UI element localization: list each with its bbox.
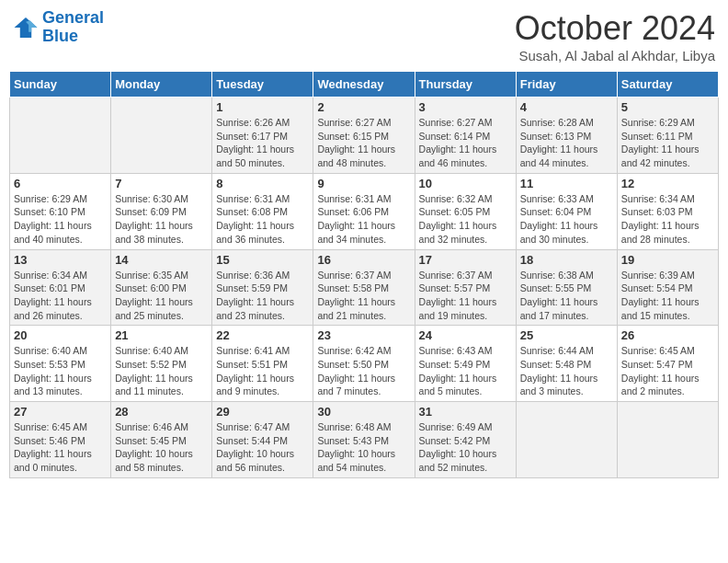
calendar-cell: 4Sunrise: 6:28 AMSunset: 6:13 PMDaylight… — [516, 98, 617, 174]
subtitle: Susah, Al Jabal al Akhdar, Libya — [515, 48, 715, 63]
calendar-cell: 24Sunrise: 6:43 AMSunset: 5:49 PMDayligh… — [415, 326, 516, 402]
day-info: Sunrise: 6:45 AMSunset: 5:47 PMDaylight:… — [621, 344, 714, 398]
day-info: Sunrise: 6:34 AMSunset: 6:03 PMDaylight:… — [621, 192, 714, 247]
calendar-header-row: SundayMondayTuesdayWednesdayThursdayFrid… — [10, 72, 719, 98]
calendar-cell: 30Sunrise: 6:48 AMSunset: 5:43 PMDayligh… — [313, 402, 415, 478]
calendar-cell: 20Sunrise: 6:40 AMSunset: 5:53 PMDayligh… — [10, 326, 111, 402]
day-info: Sunrise: 6:28 AMSunset: 6:13 PMDaylight:… — [520, 116, 613, 170]
calendar-cell: 10Sunrise: 6:32 AMSunset: 6:05 PMDayligh… — [415, 173, 516, 249]
day-number: 23 — [317, 328, 410, 342]
day-info: Sunrise: 6:36 AMSunset: 5:59 PMDaylight:… — [216, 269, 309, 323]
day-number: 15 — [216, 253, 309, 267]
column-header-friday: Friday — [516, 72, 617, 98]
day-info: Sunrise: 6:41 AMSunset: 5:51 PMDaylight:… — [216, 344, 309, 398]
day-number: 7 — [115, 177, 208, 190]
calendar-cell: 17Sunrise: 6:37 AMSunset: 5:57 PMDayligh… — [415, 249, 516, 326]
day-number: 4 — [520, 100, 613, 114]
day-number: 3 — [419, 100, 512, 114]
calendar-cell: 13Sunrise: 6:34 AMSunset: 6:01 PMDayligh… — [10, 249, 111, 326]
day-number: 18 — [520, 253, 613, 267]
day-number: 31 — [419, 405, 512, 419]
day-info: Sunrise: 6:27 AMSunset: 6:14 PMDaylight:… — [419, 116, 512, 170]
day-info: Sunrise: 6:29 AMSunset: 6:10 PMDaylight:… — [14, 192, 107, 247]
calendar-cell: 11Sunrise: 6:33 AMSunset: 6:04 PMDayligh… — [516, 173, 617, 249]
day-number: 22 — [216, 328, 309, 342]
day-info: Sunrise: 6:34 AMSunset: 6:01 PMDaylight:… — [14, 269, 107, 323]
day-info: Sunrise: 6:46 AMSunset: 5:45 PMDaylight:… — [115, 420, 208, 475]
day-number: 30 — [317, 405, 410, 419]
calendar-cell: 18Sunrise: 6:38 AMSunset: 5:55 PMDayligh… — [516, 249, 617, 326]
calendar-cell: 22Sunrise: 6:41 AMSunset: 5:51 PMDayligh… — [212, 326, 313, 402]
calendar-cell: 8Sunrise: 6:31 AMSunset: 6:08 PMDaylight… — [212, 173, 313, 249]
day-info: Sunrise: 6:40 AMSunset: 5:52 PMDaylight:… — [115, 344, 208, 398]
day-number: 21 — [115, 328, 208, 342]
month-title: October 2024 — [515, 9, 715, 48]
calendar-cell: 1Sunrise: 6:26 AMSunset: 6:17 PMDaylight… — [212, 98, 313, 174]
day-number: 17 — [419, 253, 512, 267]
calendar-cell: 7Sunrise: 6:30 AMSunset: 6:09 PMDaylight… — [111, 173, 212, 249]
calendar-week-row: 20Sunrise: 6:40 AMSunset: 5:53 PMDayligh… — [10, 326, 719, 402]
day-number: 28 — [115, 405, 208, 419]
calendar-cell — [10, 98, 111, 174]
day-number: 14 — [115, 253, 208, 267]
day-number: 16 — [317, 253, 410, 267]
calendar-cell: 29Sunrise: 6:47 AMSunset: 5:44 PMDayligh… — [212, 402, 313, 478]
day-number: 29 — [216, 405, 309, 419]
calendar-cell: 6Sunrise: 6:29 AMSunset: 6:10 PMDaylight… — [10, 173, 111, 249]
day-number: 24 — [419, 328, 512, 342]
calendar-cell: 31Sunrise: 6:49 AMSunset: 5:42 PMDayligh… — [415, 402, 516, 478]
day-number: 25 — [520, 328, 613, 342]
calendar-cell: 9Sunrise: 6:31 AMSunset: 6:06 PMDaylight… — [313, 173, 415, 249]
calendar-cell: 15Sunrise: 6:36 AMSunset: 5:59 PMDayligh… — [212, 249, 313, 326]
day-number: 2 — [317, 100, 410, 114]
calendar-cell: 27Sunrise: 6:45 AMSunset: 5:46 PMDayligh… — [10, 402, 111, 478]
day-number: 20 — [14, 328, 107, 342]
day-info: Sunrise: 6:33 AMSunset: 6:04 PMDaylight:… — [520, 192, 613, 247]
day-info: Sunrise: 6:44 AMSunset: 5:48 PMDaylight:… — [520, 344, 613, 398]
day-number: 5 — [621, 100, 714, 114]
calendar-cell: 2Sunrise: 6:27 AMSunset: 6:15 PMDaylight… — [313, 98, 415, 174]
calendar-body: 1Sunrise: 6:26 AMSunset: 6:17 PMDaylight… — [10, 98, 719, 478]
calendar-cell: 5Sunrise: 6:29 AMSunset: 6:11 PMDaylight… — [617, 98, 718, 174]
calendar-cell: 12Sunrise: 6:34 AMSunset: 6:03 PMDayligh… — [617, 173, 718, 249]
day-info: Sunrise: 6:49 AMSunset: 5:42 PMDaylight:… — [419, 420, 512, 475]
logo: GeneralBlue — [13, 9, 104, 46]
day-number: 11 — [520, 177, 613, 190]
day-number: 9 — [317, 177, 410, 190]
column-header-monday: Monday — [111, 72, 212, 98]
day-info: Sunrise: 6:31 AMSunset: 6:08 PMDaylight:… — [216, 192, 309, 247]
day-number: 8 — [216, 177, 309, 190]
calendar-cell: 21Sunrise: 6:40 AMSunset: 5:52 PMDayligh… — [111, 326, 212, 402]
day-info: Sunrise: 6:45 AMSunset: 5:46 PMDaylight:… — [14, 420, 107, 475]
day-info: Sunrise: 6:37 AMSunset: 5:58 PMDaylight:… — [317, 269, 410, 323]
page-header: GeneralBlue October 2024 Susah, Al Jabal… — [9, 9, 719, 63]
logo-text: GeneralBlue — [42, 9, 104, 46]
calendar-cell — [617, 402, 718, 478]
day-info: Sunrise: 6:29 AMSunset: 6:11 PMDaylight:… — [621, 116, 714, 170]
day-number: 12 — [621, 177, 714, 190]
day-number: 26 — [621, 328, 714, 342]
calendar-table: SundayMondayTuesdayWednesdayThursdayFrid… — [9, 71, 719, 478]
day-info: Sunrise: 6:40 AMSunset: 5:53 PMDaylight:… — [14, 344, 107, 398]
day-info: Sunrise: 6:26 AMSunset: 6:17 PMDaylight:… — [216, 116, 309, 170]
day-info: Sunrise: 6:48 AMSunset: 5:43 PMDaylight:… — [317, 420, 410, 475]
calendar-cell: 25Sunrise: 6:44 AMSunset: 5:48 PMDayligh… — [516, 326, 617, 402]
column-header-tuesday: Tuesday — [212, 72, 313, 98]
column-header-sunday: Sunday — [10, 72, 111, 98]
calendar-week-row: 27Sunrise: 6:45 AMSunset: 5:46 PMDayligh… — [10, 402, 719, 478]
day-info: Sunrise: 6:47 AMSunset: 5:44 PMDaylight:… — [216, 420, 309, 475]
title-block: October 2024 Susah, Al Jabal al Akhdar, … — [515, 9, 715, 63]
calendar-week-row: 6Sunrise: 6:29 AMSunset: 6:10 PMDaylight… — [10, 173, 719, 249]
calendar-week-row: 1Sunrise: 6:26 AMSunset: 6:17 PMDaylight… — [10, 98, 719, 174]
calendar-cell: 19Sunrise: 6:39 AMSunset: 5:54 PMDayligh… — [617, 249, 718, 326]
day-number: 27 — [14, 405, 107, 419]
calendar-cell: 14Sunrise: 6:35 AMSunset: 6:00 PMDayligh… — [111, 249, 212, 326]
day-info: Sunrise: 6:32 AMSunset: 6:05 PMDaylight:… — [419, 192, 512, 247]
day-info: Sunrise: 6:38 AMSunset: 5:55 PMDaylight:… — [520, 269, 613, 323]
calendar-cell — [111, 98, 212, 174]
column-header-thursday: Thursday — [415, 72, 516, 98]
day-info: Sunrise: 6:30 AMSunset: 6:09 PMDaylight:… — [115, 192, 208, 247]
calendar-cell: 16Sunrise: 6:37 AMSunset: 5:58 PMDayligh… — [313, 249, 415, 326]
day-info: Sunrise: 6:43 AMSunset: 5:49 PMDaylight:… — [419, 344, 512, 398]
day-number: 1 — [216, 100, 309, 114]
